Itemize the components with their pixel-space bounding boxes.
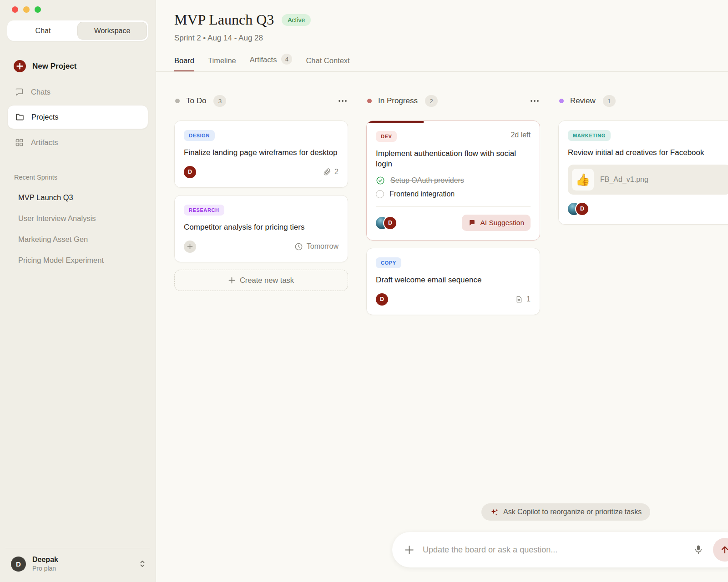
subtask-done[interactable]: Setup OAuth providers — [376, 176, 531, 185]
close-window-button[interactable] — [12, 6, 18, 13]
column-header: To Do 3 — [174, 93, 348, 109]
send-button[interactable] — [713, 538, 728, 562]
column-more-button[interactable] — [338, 100, 347, 102]
column-name: To Do — [186, 96, 206, 105]
chat-flag-icon — [468, 219, 476, 226]
sidebar-item-label: Artifacts — [31, 138, 58, 147]
sprint-item-user-interview-analysis[interactable]: User Interview Analysis — [18, 214, 148, 223]
clock-icon — [294, 242, 303, 251]
sprint-item-mvp-launch-q3[interactable]: MVP Launch Q3 — [18, 193, 148, 202]
task-card-wireframes[interactable]: DESIGN Finalize landing page wireframes … — [174, 120, 348, 188]
task-card-ad-creatives[interactable]: MARKETING Review initial ad creatives fo… — [558, 120, 728, 225]
column-count-badge: 3 — [213, 95, 226, 107]
arrow-up-icon — [720, 545, 728, 555]
column-status-dot — [559, 99, 564, 103]
doc-count: 1 — [526, 295, 531, 303]
tag-badge: COPY — [376, 257, 401, 268]
main-content: MVP Launch Q3 Active Sprint 2 • Aug 14 -… — [156, 0, 728, 582]
plus-icon — [228, 277, 235, 284]
sparkle-icon — [490, 508, 499, 517]
sidebar-item-label: Chats — [31, 88, 51, 96]
column-count-badge: 1 — [603, 95, 616, 107]
microphone-button[interactable] — [692, 542, 705, 557]
chat-workspace-toggle: Chat Workspace — [7, 20, 148, 41]
page-header: MVP Launch Q3 Active Sprint 2 • Aug 14 -… — [156, 0, 728, 72]
tab-artifacts[interactable]: Artifacts 4 — [250, 54, 293, 72]
add-assignee-button[interactable] — [184, 241, 196, 253]
tab-timeline[interactable]: Timeline — [208, 56, 236, 72]
sprint-subtitle: Sprint 2 • Aug 14 - Aug 28 — [174, 34, 728, 43]
composer-input[interactable] — [423, 545, 684, 555]
assignee-avatars: D — [376, 217, 396, 229]
folder-icon — [15, 112, 25, 122]
sprint-item-marketing-asset-gen[interactable]: Marketing Asset Gen — [18, 235, 148, 244]
column-status-dot — [175, 99, 180, 103]
task-title: Implement authentication flow with socia… — [376, 148, 531, 169]
sprint-item-pricing-model-experiment[interactable]: Pricing Model Experiment — [18, 256, 148, 265]
task-title: Finalize landing page wireframes for des… — [184, 147, 339, 158]
assignee-avatar: D — [384, 217, 396, 229]
column-review: Review 1 MARKETING Review initial ad cre… — [558, 93, 728, 232]
status-badge: Active — [282, 14, 311, 26]
plus-circle-icon — [14, 60, 26, 72]
create-new-task-button[interactable]: Create new task — [174, 270, 348, 291]
tag-badge: RESEARCH — [184, 205, 224, 216]
check-circle-icon — [376, 176, 385, 185]
artifacts-count-badge: 4 — [281, 54, 292, 65]
tag-badge: DEV — [376, 131, 397, 142]
copilot-suggestion-chip[interactable]: Ask Copilot to reorganize or prioritize … — [481, 503, 650, 521]
header-divider — [156, 71, 728, 72]
chat-bubble-icon — [15, 87, 24, 97]
page-title: MVP Launch Q3 — [174, 11, 274, 28]
toggle-workspace[interactable]: Workspace — [77, 22, 147, 40]
column-in-progress: In Progress 2 DEV 2d left Implement auth… — [366, 93, 540, 322]
new-project-button[interactable]: New Project — [14, 60, 148, 72]
user-account-button[interactable]: D Deepak Pro plan — [5, 548, 150, 582]
sidebar-item-chats[interactable]: Chats — [7, 83, 148, 100]
paperclip-icon — [323, 168, 331, 176]
window-controls — [12, 6, 148, 13]
subtask-pending[interactable]: Frontend integration — [376, 190, 531, 198]
sidebar: Chat Workspace New Project Chats Project… — [0, 0, 156, 582]
task-card-competitor-analysis[interactable]: RESEARCH Competitor analysis for pricing… — [174, 195, 348, 262]
column-more-button[interactable] — [530, 100, 539, 102]
tab-chat-context[interactable]: Chat Context — [306, 56, 349, 72]
toggle-chat[interactable]: Chat — [9, 22, 77, 40]
assignee-avatar: D — [376, 293, 388, 306]
attachment-thumbnail: 👍 — [572, 169, 594, 191]
assignee-avatars: D — [568, 203, 588, 215]
sidebar-item-artifacts[interactable]: Artifacts — [7, 134, 148, 151]
user-plan: Pro plan — [32, 565, 58, 572]
task-title: Draft welcome email sequence — [376, 275, 531, 285]
time-left-label: 2d left — [511, 131, 531, 139]
chevron-up-down-icon — [139, 560, 146, 568]
circle-icon — [376, 190, 384, 198]
sidebar-item-projects[interactable]: Projects — [7, 105, 148, 129]
column-count-badge: 2 — [425, 95, 438, 107]
attachment-row[interactable]: 👍 FB_Ad_v1.png — [568, 165, 728, 195]
document-icon — [515, 295, 523, 304]
message-composer — [392, 532, 728, 567]
subtask-checklist: Setup OAuth providers Frontend integrati… — [376, 176, 531, 198]
minimize-window-button[interactable] — [23, 6, 30, 13]
grid-icon — [15, 138, 24, 147]
due-date: Tomorrow — [307, 242, 339, 251]
attachment-count: 2 — [334, 168, 339, 176]
column-status-dot — [367, 99, 372, 103]
column-name: In Progress — [378, 96, 418, 105]
plus-icon[interactable] — [404, 545, 415, 555]
zoom-window-button[interactable] — [35, 6, 41, 13]
assignee-avatar: D — [576, 203, 588, 215]
task-title: Review initial ad creatives for Facebook — [568, 147, 728, 158]
tab-board[interactable]: Board — [174, 56, 194, 72]
tag-badge: DESIGN — [184, 130, 215, 141]
task-card-authentication[interactable]: DEV 2d left Implement authentication flo… — [366, 120, 540, 241]
task-card-welcome-email[interactable]: COPY Draft welcome email sequence D 1 — [366, 248, 540, 315]
ai-suggestion-button[interactable]: AI Suggestion — [462, 215, 531, 231]
tab-bar: Board Timeline Artifacts 4 Chat Context — [174, 54, 728, 72]
column-to-do: To Do 3 DESIGN Finalize landing page wir… — [174, 93, 348, 291]
task-title: Competitor analysis for pricing tiers — [184, 222, 339, 232]
recent-sprints-heading: Recent Sprints — [14, 174, 148, 181]
tag-badge: MARKETING — [568, 130, 611, 141]
sidebar-item-label: Projects — [31, 113, 59, 121]
